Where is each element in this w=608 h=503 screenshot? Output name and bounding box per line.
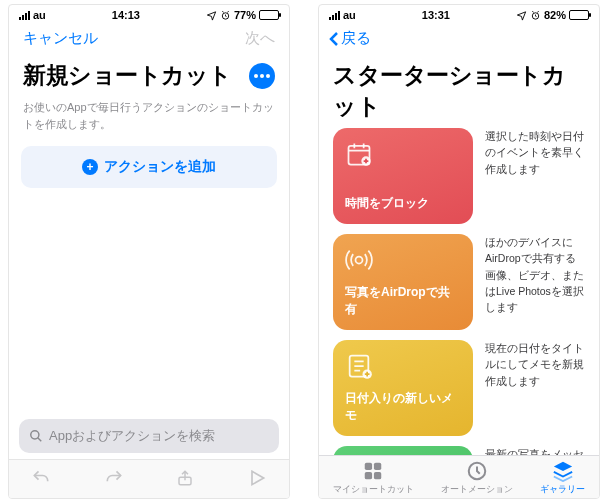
layers-icon: [552, 460, 574, 482]
redo-icon[interactable]: [104, 468, 124, 488]
tab-gallery[interactable]: ギャラリー: [540, 460, 585, 496]
svg-marker-6: [252, 471, 264, 484]
status-bar: au 13:31 82%: [319, 5, 599, 23]
alarm-icon: [220, 10, 231, 21]
calendar-plus-icon: [345, 140, 373, 168]
battery-pct: 77%: [234, 9, 256, 21]
grid-icon: [362, 460, 384, 482]
clock-icon: [466, 460, 488, 482]
svg-rect-15: [374, 463, 381, 470]
add-action-label: アクションを追加: [104, 158, 216, 176]
card-title: 写真をAirDropで共有: [345, 284, 461, 318]
tab-automation[interactable]: オートメーション: [441, 460, 513, 496]
add-action-button[interactable]: + アクションを追加: [21, 146, 277, 188]
cancel-button[interactable]: キャンセル: [23, 29, 98, 48]
carrier-label: au: [343, 9, 356, 21]
battery-pct: 82%: [544, 9, 566, 21]
status-bar: au 14:13 77%: [9, 5, 289, 23]
undo-icon[interactable]: [31, 468, 51, 488]
svg-rect-16: [365, 472, 372, 479]
card-block-time[interactable]: 時間をブロック: [333, 128, 473, 224]
card-desc: 選択した時刻や日付のイベントを素早く作成します: [485, 128, 585, 224]
page-title: スターターショートカット: [333, 60, 585, 122]
page-subtitle: お使いのAppで毎日行うアクションのショートカットを作成します。: [9, 97, 289, 146]
ellipsis-icon: [254, 74, 270, 78]
search-icon: [29, 429, 43, 443]
search-placeholder: Appおよびアクションを検索: [49, 427, 215, 445]
tab-label: マイショートカット: [333, 483, 414, 496]
clock-time: 13:31: [422, 9, 450, 21]
plus-circle-icon: +: [82, 159, 98, 175]
chevron-left-icon: [329, 31, 339, 47]
phone-left-new-shortcut: au 14:13 77% キャンセル 次へ 新規ショートカット お使いのAppで…: [8, 4, 290, 499]
back-label: 戻る: [341, 29, 371, 48]
play-icon[interactable]: [247, 468, 267, 488]
card-desc: 最新の写真をメッセージで送信します: [485, 446, 585, 455]
phone-right-starter-gallery: au 13:31 82% 戻る スターターショートカット 時間をブロック 選択し…: [318, 4, 600, 499]
signal-icon: [329, 11, 340, 20]
card-desc: 現在の日付をタイトルにしてメモを新規作成します: [485, 340, 585, 436]
tab-my-shortcuts[interactable]: マイショートカット: [333, 460, 414, 496]
clock-time: 14:13: [112, 9, 140, 21]
svg-point-10: [356, 257, 363, 264]
location-icon: [206, 10, 217, 21]
more-button[interactable]: [249, 63, 275, 89]
card-dated-note[interactable]: 日付入りの新しいメモ: [333, 340, 473, 436]
alarm-icon: [530, 10, 541, 21]
back-button[interactable]: 戻る: [319, 23, 599, 52]
tab-label: オートメーション: [441, 483, 513, 496]
next-button[interactable]: 次へ: [245, 29, 275, 48]
svg-point-3: [266, 74, 270, 78]
airdrop-icon: [345, 246, 373, 274]
card-title: 日付入りの新しいメモ: [345, 390, 461, 424]
card-desc: ほかのデバイスにAirDropで共有する画像、ビデオ、またはLive Photo…: [485, 234, 585, 330]
card-title: 時間をブロック: [345, 195, 461, 212]
page-title: 新規ショートカット: [23, 60, 232, 91]
card-airdrop-photo[interactable]: 写真をAirDropで共有: [333, 234, 473, 330]
share-icon[interactable]: [176, 468, 194, 488]
tab-label: ギャラリー: [540, 483, 585, 496]
tab-bar: マイショートカット オートメーション ギャラリー: [319, 455, 599, 498]
bottom-toolbar: [9, 459, 289, 498]
note-plus-icon: [345, 352, 373, 380]
battery-icon: [259, 10, 279, 20]
search-input[interactable]: Appおよびアクションを検索: [19, 419, 279, 453]
location-icon: [516, 10, 527, 21]
starter-cards: 時間をブロック 選択した時刻や日付のイベントを素早く作成します 写真をAirDr…: [319, 128, 599, 455]
carrier-label: au: [33, 9, 46, 21]
svg-rect-17: [374, 472, 381, 479]
svg-point-2: [260, 74, 264, 78]
signal-icon: [19, 11, 30, 20]
battery-icon: [569, 10, 589, 20]
svg-rect-14: [365, 463, 372, 470]
svg-point-1: [254, 74, 258, 78]
svg-point-4: [31, 431, 39, 439]
card-send-latest-photo[interactable]: 最新の写真をメッセージで送信: [333, 446, 473, 455]
nav-bar: キャンセル 次へ: [9, 23, 289, 52]
